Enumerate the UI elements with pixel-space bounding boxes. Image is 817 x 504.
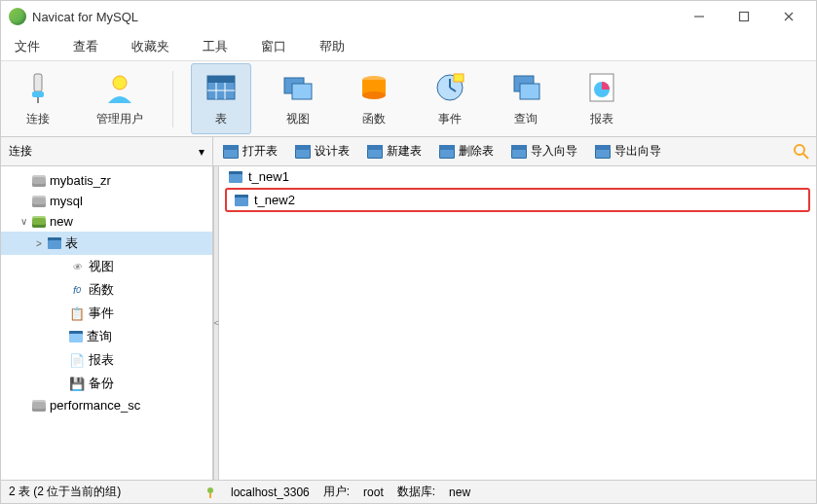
tree-node[interactable]: f0函数 [1,278,212,302]
tree-node[interactable]: 📋事件 [1,302,212,325]
tree-node-label: mybatis_zr [50,173,111,188]
menu-help[interactable]: 帮助 [314,34,351,59]
report-icon: 📄 [69,353,85,367]
table-small-icon [223,145,239,159]
collapse-panel-icon[interactable]: ▾ [199,145,204,159]
toolbar-label: 函数 [362,111,386,127]
toolbar-table-button[interactable]: 表 [191,63,251,134]
tree-node-label: 备份 [89,375,114,392]
subbar-action-button[interactable]: 新建表 [363,141,426,162]
svg-rect-29 [209,493,211,498]
svg-point-26 [795,145,804,155]
toolbar-plug-button[interactable]: 连接 [9,64,67,133]
table-small-icon [295,145,311,159]
tree-toggle-icon[interactable]: > [34,238,44,249]
tree-node-label: 表 [65,234,78,252]
backup-icon: 💾 [69,377,85,390]
svg-rect-21 [454,74,464,82]
subbar-action-button[interactable]: 打开表 [219,141,281,162]
toolbar-label: 报表 [590,111,613,127]
database-icon [32,400,46,412]
plug-icon [204,486,217,499]
subbar-action-button[interactable]: 设计表 [291,141,353,162]
toolbar-query-button[interactable]: 查询 [497,64,555,133]
subbar-action-button[interactable]: 删除表 [435,141,498,162]
view-icon [280,70,316,105]
database-icon [32,175,46,187]
close-button[interactable] [779,7,798,26]
status-user-label: 用户: [323,484,350,500]
toolbar-label: 查询 [514,111,538,127]
subbar-action-button[interactable]: 导入向导 [507,141,581,162]
maximize-button[interactable] [734,7,754,26]
table-icon [48,237,61,249]
menu-view[interactable]: 查看 [67,34,104,59]
table-small-icon [367,145,383,159]
database-icon [32,196,46,207]
tree-node-label: 事件 [89,305,114,322]
status-connection: localhost_3306 [231,486,310,499]
toolbar-report-button[interactable]: 报表 [573,64,631,133]
database-open-icon [32,216,46,228]
svg-rect-5 [32,91,44,97]
toolbar-label: 连接 [26,111,50,127]
menu-favorites[interactable]: 收藏夹 [126,34,175,59]
menubar: 文件 查看 收藏夹 工具 窗口 帮助 [1,32,816,61]
menu-tools[interactable]: 工具 [197,34,234,59]
plug-icon [20,70,56,105]
tree-node[interactable]: performance_sc [1,395,212,415]
table-icon [229,171,242,183]
toolbar-label: 事件 [438,111,462,127]
subbar-action-button[interactable]: 导出向导 [591,141,665,162]
tree-toggle-icon[interactable]: ∨ [19,216,28,227]
sub-toolbar: 连接 ▾ 打开表设计表新建表删除表导入向导导出向导 [1,137,816,166]
table-icon [235,195,248,206]
tree-node[interactable]: 📄报表 [1,348,212,372]
tree-node[interactable]: mysql [1,191,212,211]
statusbar: 2 表 (2 位于当前的组) localhost_3306 用户: root 数… [1,480,816,503]
table-list-panel[interactable]: t_new1t_new2 [219,166,816,480]
func-icon [356,70,391,105]
connection-tree[interactable]: mybatis_zrmysql∨new>表👁视图f0函数📋事件查询📄报表💾备份p… [1,166,213,480]
toolbar-user-button[interactable]: 管理用户 [85,64,155,133]
window-titlebar: Navicat for MySQL [1,1,816,32]
status-db-label: 数据库: [397,484,435,500]
tree-node-label: new [50,214,73,229]
svg-point-28 [207,487,213,493]
tree-node[interactable]: 👁视图 [1,255,212,278]
tree-node-label: 函数 [89,281,114,299]
minimize-button[interactable] [689,7,709,26]
subbar-label: 新建表 [387,143,422,160]
table-item[interactable]: t_new1 [219,166,816,187]
table-small-icon [511,145,527,159]
search-icon[interactable] [793,143,810,161]
toolbar-func-button[interactable]: 函数 [345,64,403,133]
tree-node[interactable]: 查询 [1,325,212,348]
tree-node[interactable]: >表 [1,232,212,255]
menu-window[interactable]: 窗口 [255,34,292,59]
query-icon [508,70,543,105]
table-item-label: t_new1 [248,169,289,184]
tree-node-label: 查询 [87,328,112,345]
svg-point-7 [113,76,127,90]
svg-rect-9 [207,76,235,83]
tree-node[interactable]: 💾备份 [1,372,212,395]
app-icon [9,8,26,25]
menu-file[interactable]: 文件 [9,34,46,59]
tree-node-label: 报表 [89,351,114,369]
toolbar-label: 管理用户 [96,111,143,127]
user-icon [102,70,137,105]
tree-node[interactable]: mybatis_zr [1,170,212,191]
table-item-label: t_new2 [254,193,295,207]
status-db-val: new [449,486,470,499]
window-title: Navicat for MySQL [32,10,689,24]
toolbar-view-button[interactable]: 视图 [269,64,327,133]
event-icon: 📋 [69,306,85,320]
tree-node[interactable]: ∨new [1,211,212,232]
toolbar-event-button[interactable]: 事件 [421,64,479,133]
subbar-label: 删除表 [459,143,494,160]
status-user-val: root [363,486,384,499]
table-item[interactable]: t_new2 [225,188,810,212]
svg-line-27 [803,154,808,159]
svg-rect-4 [34,74,42,91]
